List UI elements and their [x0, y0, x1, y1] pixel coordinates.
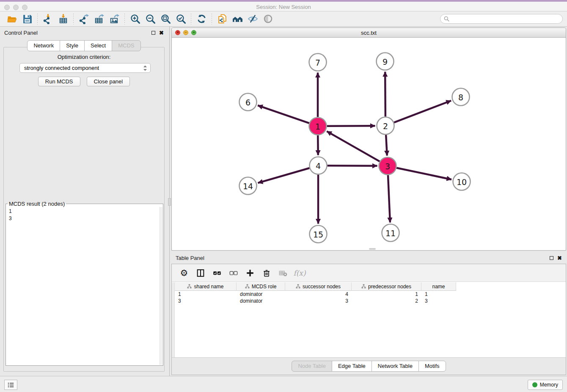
delete-table-button[interactable]: [277, 267, 289, 279]
column-header-predecessor-nodes[interactable]: predecessor nodes: [352, 282, 421, 291]
network-canvas[interactable]: 1234678910111415: [172, 38, 566, 250]
graph-node-8[interactable]: 8: [452, 88, 470, 106]
mcds-result-text[interactable]: 13: [6, 207, 160, 365]
tab-motifs[interactable]: Motifs: [418, 361, 446, 372]
apply-function-button[interactable]: f(x): [293, 267, 306, 279]
svg-text:14: 14: [243, 182, 253, 191]
table-cell[interactable]: 4: [285, 291, 352, 298]
table-cell[interactable]: dominator: [237, 298, 285, 304]
graph-node-2[interactable]: 2: [377, 117, 394, 135]
tab-select[interactable]: Select: [84, 40, 112, 51]
eye-icon: [263, 14, 273, 24]
hide-graphics-details-button[interactable]: [245, 13, 260, 25]
tab-network[interactable]: Network: [27, 40, 60, 51]
table-row[interactable]: 3dominator323: [175, 298, 566, 304]
graph-edge-3-1[interactable]: [327, 131, 380, 161]
run-mcds-button[interactable]: Run MCDS: [38, 77, 80, 86]
import-network-button[interactable]: [40, 13, 55, 25]
task-history-button[interactable]: [4, 380, 17, 390]
first-neighbors-button[interactable]: [230, 13, 245, 25]
graph-edge-1-6[interactable]: [258, 105, 309, 123]
table-row[interactable]: 1dominator411: [175, 291, 566, 298]
tab-mcds[interactable]: MCDS: [112, 40, 140, 51]
table-cell[interactable]: 2: [352, 298, 421, 304]
mcds-result-fieldset: MCDS result (2 nodes) 13: [6, 201, 163, 366]
graph-node-1[interactable]: 1: [309, 118, 327, 135]
splitter-handle[interactable]: [168, 198, 171, 206]
table-settings-button[interactable]: ⚙: [178, 267, 190, 279]
graph-edge-2-3[interactable]: [386, 135, 387, 155]
deselect-all-columns-button[interactable]: [227, 267, 240, 279]
table-cell[interactable]: dominator: [237, 291, 285, 298]
export-image-button[interactable]: [107, 13, 122, 25]
import-table-button[interactable]: [55, 13, 71, 25]
float-panel-icon[interactable]: [151, 31, 155, 35]
criterion-select[interactable]: strongly connected component: [19, 63, 151, 73]
graph-node-10[interactable]: 10: [453, 173, 471, 190]
graph-edge-1-2[interactable]: [327, 126, 375, 126]
zoom-in-button[interactable]: [127, 13, 143, 25]
close-panel-button[interactable]: Close panel: [87, 77, 130, 86]
graph-node-9[interactable]: 9: [377, 53, 394, 70]
zoom-fit-button[interactable]: [158, 13, 173, 25]
optimization-criterion-label: Optimization criterion:: [4, 54, 164, 60]
column-header-name[interactable]: name: [421, 282, 456, 291]
graph-node-7[interactable]: 7: [309, 54, 327, 71]
column-header-label: shared name: [194, 284, 223, 290]
table-cell[interactable]: 1: [352, 291, 421, 298]
graph-node-6[interactable]: 6: [239, 94, 257, 111]
graph-edge-2-8[interactable]: [394, 101, 451, 123]
memory-button[interactable]: Memory: [528, 380, 563, 390]
save-session-button[interactable]: [19, 13, 35, 25]
duplicate-network-button[interactable]: [215, 13, 230, 25]
split-columns-button[interactable]: [194, 267, 207, 279]
search-input[interactable]: [451, 16, 559, 22]
graph-edge-2-9[interactable]: [385, 72, 385, 116]
svg-text:8: 8: [458, 93, 463, 102]
window-titlebar: Session: New Session: [0, 0, 567, 11]
column-header-MCDS-role[interactable]: MCDS role: [237, 282, 285, 291]
tab-edge-table[interactable]: Edge Table: [332, 361, 372, 372]
close-table-panel-icon[interactable]: ✖: [557, 255, 562, 261]
close-panel-icon[interactable]: ✖: [159, 30, 164, 36]
graph-node-15[interactable]: 15: [310, 226, 327, 243]
import-table-icon: [58, 14, 69, 24]
search-box[interactable]: [440, 14, 563, 24]
delete-column-button[interactable]: [260, 267, 273, 279]
network-scrollbar-handle[interactable]: [369, 248, 376, 250]
zoom-selected-button[interactable]: [173, 13, 188, 25]
table-cell[interactable]: 1: [175, 291, 237, 298]
graph-edge-3-11[interactable]: [388, 175, 390, 222]
export-network-button[interactable]: [76, 13, 91, 25]
graph-node-4[interactable]: 4: [310, 157, 327, 174]
graph-node-11[interactable]: 11: [382, 224, 399, 242]
refresh-button[interactable]: [194, 13, 209, 25]
export-network-icon: [79, 14, 89, 24]
panel-splitter[interactable]: [168, 27, 171, 376]
tab-node-table[interactable]: Node Table: [292, 361, 332, 372]
result-scrollbar[interactable]: [160, 207, 162, 365]
column-header-successor-nodes[interactable]: successor nodes: [285, 282, 352, 291]
tab-network-table[interactable]: Network Table: [372, 361, 419, 372]
graph-edge-1-4[interactable]: [318, 135, 318, 155]
tab-style[interactable]: Style: [60, 40, 85, 51]
select-all-columns-button[interactable]: [211, 267, 223, 279]
column-header-shared-name[interactable]: shared name: [175, 282, 237, 291]
graph-edge-3-10[interactable]: [396, 168, 451, 179]
table-cell[interactable]: 3: [285, 298, 352, 304]
graph-node-14[interactable]: 14: [239, 177, 257, 195]
zoom-out-button[interactable]: [143, 13, 158, 25]
graph-edge-4-3[interactable]: [327, 166, 377, 166]
table-cell[interactable]: 3: [175, 298, 237, 304]
network-graph[interactable]: 1234678910111415: [172, 38, 566, 250]
export-table-button[interactable]: [91, 13, 107, 25]
open-session-button[interactable]: [4, 13, 19, 25]
add-column-button[interactable]: [244, 267, 256, 279]
main-toolbar: [0, 11, 567, 27]
show-graphics-details-button[interactable]: [260, 13, 275, 25]
graph-node-3[interactable]: 3: [379, 157, 396, 175]
table-cell[interactable]: 3: [421, 298, 456, 304]
table-cell[interactable]: 1: [421, 291, 456, 298]
graph-edge-4-14[interactable]: [258, 168, 310, 183]
float-table-panel-icon[interactable]: [550, 256, 553, 260]
